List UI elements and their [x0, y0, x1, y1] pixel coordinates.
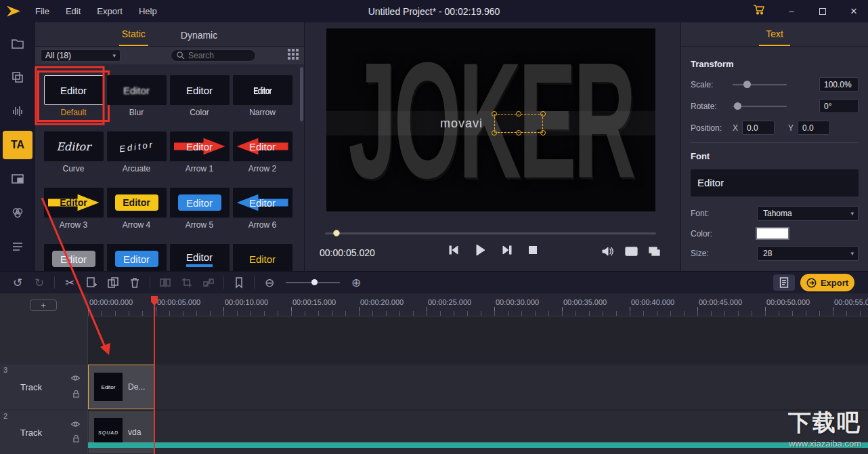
undo-button[interactable]: ↺: [7, 276, 28, 290]
timeline-ruler[interactable]: + 00:00:00.000 00:00:05.000 00:00:10.000…: [0, 293, 868, 316]
delete-button[interactable]: [124, 276, 146, 289]
rotate-slider-knob[interactable]: [734, 102, 741, 110]
tile-13[interactable]: Editor: [42, 244, 105, 271]
add-track-button[interactable]: +: [30, 300, 57, 311]
seek-bar[interactable]: [325, 232, 656, 234]
track-visibility-button[interactable]: [70, 373, 81, 385]
tile-default[interactable]: Editor Default: [42, 75, 105, 117]
tile-arrow-1[interactable]: Editor Arrow 1: [168, 131, 231, 173]
marker-button[interactable]: [228, 276, 250, 289]
tile-blur[interactable]: Editor Blur: [105, 75, 168, 117]
tile-color[interactable]: Editor Color: [168, 75, 231, 117]
tile-label: Editor: [123, 253, 150, 265]
selection-handle[interactable]: [492, 111, 497, 117]
title-clip[interactable]: Editor De...: [88, 365, 155, 409]
scale-slider[interactable]: [733, 84, 787, 85]
rail-color-item[interactable]: [3, 199, 32, 227]
video-canvas[interactable]: JOKER movavi: [326, 28, 655, 211]
tab-static[interactable]: Static: [119, 28, 148, 46]
crop-button[interactable]: [176, 276, 198, 289]
rail-effects-item[interactable]: [3, 63, 32, 91]
tile-arrow-3[interactable]: Editor Arrow 3: [42, 188, 105, 230]
tile-curve[interactable]: Editor Curve: [42, 131, 105, 173]
text-content-input[interactable]: Editor: [691, 169, 859, 197]
selection-handle[interactable]: [516, 130, 521, 136]
search-input[interactable]: [188, 51, 242, 60]
clone-button[interactable]: [102, 276, 124, 289]
tile-arrow-2[interactable]: Editor Arrow 2: [231, 131, 294, 173]
rotate-slider[interactable]: [733, 106, 787, 107]
tile-label: Editor: [186, 197, 213, 209]
tile-arcuate[interactable]: Editor Arcuate: [105, 131, 168, 173]
rail-media-item[interactable]: [3, 29, 32, 58]
copy-button[interactable]: [81, 276, 102, 289]
list-icon: [11, 240, 24, 253]
selection-handle[interactable]: [540, 111, 546, 117]
export-button[interactable]: Export: [800, 274, 854, 291]
tile-15[interactable]: Editor: [168, 244, 231, 271]
tile-label: Editor: [118, 139, 155, 154]
rail-overlay-item[interactable]: [3, 165, 32, 193]
frames-button[interactable]: [649, 247, 660, 259]
split-button[interactable]: [154, 276, 176, 289]
rail-audio-item[interactable]: [3, 97, 32, 125]
tile-arrow-6[interactable]: Editor Arrow 6: [231, 188, 294, 230]
rail-titles-item[interactable]: TA: [3, 131, 32, 159]
tab-text[interactable]: Text: [759, 28, 790, 46]
section-divider: [691, 142, 859, 143]
font-family-select[interactable]: Tahoma ▾: [757, 206, 859, 221]
track-3-lane[interactable]: Editor De...: [88, 365, 868, 409]
font-color-swatch[interactable]: [757, 228, 788, 239]
zoom-out-button[interactable]: ⊖: [259, 276, 280, 290]
document-icon: [779, 277, 789, 288]
tile-caption: Color: [190, 108, 209, 117]
position-y-input[interactable]: [798, 121, 830, 135]
previous-frame-button[interactable]: [448, 245, 459, 255]
scale-input[interactable]: [819, 77, 859, 91]
track-number: 3: [3, 366, 7, 374]
selection-handle[interactable]: [540, 130, 546, 136]
redo-button[interactable]: ↻: [28, 276, 50, 290]
tile-14[interactable]: Editor: [105, 244, 168, 271]
category-dropdown[interactable]: All (18) ▾: [41, 49, 121, 62]
seek-handle[interactable]: [333, 230, 340, 236]
search-icon: [177, 51, 185, 60]
unlink-button[interactable]: [198, 276, 219, 289]
tile-label: Editor: [249, 197, 276, 209]
tile-arrow-5[interactable]: Editor Arrow 5: [168, 188, 231, 230]
tile-narrow[interactable]: Editor Narrow: [231, 75, 294, 117]
text-selection-box[interactable]: [494, 114, 543, 133]
playhead-line[interactable]: [154, 296, 155, 454]
position-x-input[interactable]: [742, 121, 775, 135]
track-lock-button[interactable]: [72, 434, 81, 446]
zoom-in-button[interactable]: ⊕: [345, 276, 367, 290]
selection-handle[interactable]: [492, 130, 497, 136]
grid-view-icon[interactable]: [288, 49, 299, 62]
stop-button[interactable]: [529, 246, 537, 254]
ruler-label: 00:00:00.000: [89, 298, 133, 306]
tile-16[interactable]: Editor: [231, 244, 294, 271]
lock-icon: [72, 389, 81, 398]
search-box[interactable]: [171, 49, 256, 62]
volume-button[interactable]: [602, 247, 614, 259]
selection-handle[interactable]: [516, 111, 521, 117]
color-label: Color:: [691, 229, 729, 239]
project-settings-button[interactable]: [773, 274, 795, 291]
track-lock-button[interactable]: [72, 389, 81, 401]
font-size-select[interactable]: 28 ▾: [757, 246, 859, 261]
rail-queue-item[interactable]: [3, 232, 32, 261]
next-frame-button[interactable]: [502, 245, 513, 255]
timeline-zoom-slider[interactable]: [286, 282, 340, 283]
library-scrollbar[interactable]: [300, 67, 303, 121]
snapshot-button[interactable]: [625, 246, 638, 259]
cut-button[interactable]: ✂: [59, 276, 81, 290]
copy-plus-icon: [85, 276, 97, 289]
zoom-slider-knob[interactable]: [311, 279, 318, 285]
scale-slider-knob[interactable]: [743, 81, 751, 88]
rotate-input[interactable]: [819, 99, 859, 113]
window-title: Untitled Project* - 00:02:19.960: [0, 6, 868, 17]
tile-arrow-4[interactable]: Editor Arrow 4: [105, 188, 168, 230]
play-button[interactable]: [475, 245, 485, 255]
tab-dynamic[interactable]: Dynamic: [178, 30, 220, 46]
track-visibility-button[interactable]: [70, 419, 81, 431]
